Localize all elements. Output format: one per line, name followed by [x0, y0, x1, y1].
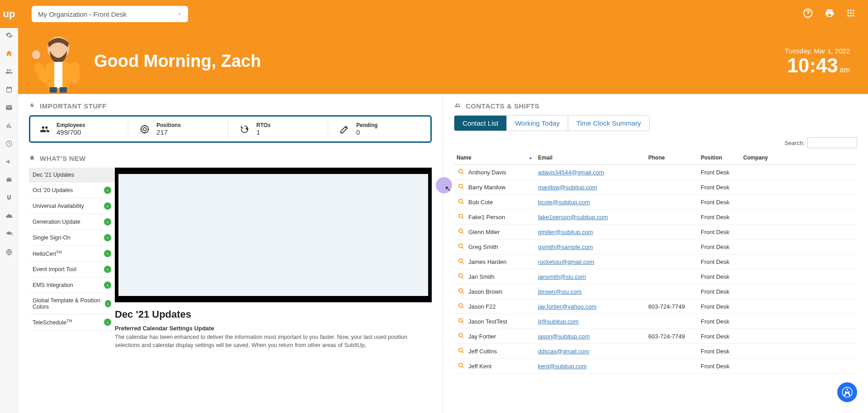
whats-new-item[interactable]: Generation Update › — [29, 214, 115, 230]
globe-icon[interactable] — [5, 249, 13, 258]
whats-new-item[interactable]: Event Import Tool › — [29, 262, 115, 277]
email-link[interactable]: rocketsiu@gmail.com — [538, 258, 594, 265]
contact-row: Jason Brown jbrown@siu.com Front Desk — [454, 284, 857, 299]
magnify-icon[interactable] — [457, 213, 466, 221]
rto-icon — [238, 123, 251, 136]
whats-new-item[interactable]: Global Template & Position Colors › — [29, 293, 115, 314]
email-link[interactable]: bcote@subitup.com — [538, 199, 590, 206]
col-name[interactable]: Name▲ — [454, 155, 535, 161]
email-link[interactable]: gmiller@subitup.com — [538, 229, 593, 235]
magnify-icon[interactable] — [457, 183, 466, 191]
tab-working today[interactable]: Working Today — [507, 116, 568, 131]
email-link[interactable]: gsmith@sample.com — [538, 244, 593, 250]
col-phone[interactable]: Phone — [646, 155, 698, 161]
svg-point-31 — [459, 303, 462, 307]
svg-point-26 — [459, 229, 462, 232]
tab-contact list[interactable]: Contact List — [454, 116, 507, 131]
article-heading: Dec '21 Updates — [115, 309, 432, 320]
magnify-icon[interactable] — [457, 288, 466, 296]
whats-new-item[interactable]: Universal Availability › — [29, 198, 115, 214]
whats-new-header: WHAT'S NEW — [29, 155, 432, 162]
chart-icon[interactable] — [5, 122, 13, 131]
current-time: 10:43 — [787, 54, 838, 76]
bullhorn-icon[interactable] — [5, 158, 13, 167]
gear-icon[interactable] — [5, 32, 13, 41]
col-email[interactable]: Email — [535, 155, 646, 161]
people-icon[interactable] — [5, 68, 13, 77]
video-thumbnail[interactable]: ▶ — [115, 168, 432, 302]
email-link[interactable]: adavis34544@gmail.com — [538, 169, 604, 176]
svg-rect-5 — [853, 10, 854, 11]
org-selector[interactable]: My Organization - Front Desk ▼ — [32, 6, 188, 22]
topbar: My Organization - Front Desk ▼ — [18, 0, 868, 28]
email-link[interactable]: jbrown@siu.com — [538, 288, 581, 295]
stat-rtos[interactable]: RTOs1 — [233, 119, 328, 139]
avatar — [29, 29, 88, 93]
magnify-icon[interactable] — [457, 347, 466, 355]
time-ampm: am — [840, 66, 850, 74]
stat-employees[interactable]: Employees499/700 — [33, 119, 128, 139]
svg-point-22 — [459, 169, 462, 173]
svg-rect-14 — [54, 62, 62, 88]
contact-row: Jan Smith jansmith@siu.com Front Desk — [454, 269, 857, 284]
whats-new-item[interactable]: Dec '21 Updates — [29, 168, 115, 183]
clock-icon[interactable] — [5, 140, 13, 149]
magnify-icon[interactable] — [457, 228, 466, 236]
envelope-icon[interactable] — [5, 104, 13, 113]
bell-icon — [29, 155, 35, 162]
calendar-icon[interactable] — [5, 86, 13, 95]
email-link[interactable]: ddscas@gmail.com — [538, 348, 590, 355]
magnify-icon[interactable] — [457, 243, 466, 251]
svg-rect-3 — [848, 10, 849, 11]
stat-pending[interactable]: Pending0 — [333, 119, 428, 139]
email-link[interactable]: fake1person@subitup.com — [538, 214, 608, 221]
magnify-icon[interactable] — [457, 198, 466, 206]
svg-rect-6 — [848, 12, 849, 14]
tab-time clock summary[interactable]: Time Clock Summary — [568, 116, 649, 131]
home-icon[interactable] — [5, 50, 13, 59]
email-link[interactable]: jansmith@siu.com — [538, 273, 586, 280]
cloud-icon[interactable] — [5, 212, 13, 221]
magnify-icon[interactable] — [457, 362, 466, 370]
magnet-icon[interactable] — [5, 194, 13, 203]
magnify-icon[interactable] — [457, 273, 466, 281]
svg-point-34 — [459, 348, 462, 352]
whats-new-item[interactable]: TeleScheduleTM › — [29, 314, 115, 330]
contact-row: Barry Manilow manilow@subitup.com Front … — [454, 180, 857, 195]
svg-rect-17 — [71, 62, 80, 84]
email-link[interactable]: jay.fortier@yahoo.com — [538, 303, 596, 310]
magnify-icon[interactable] — [457, 333, 466, 340]
email-link[interactable]: jt@subitup.com — [538, 318, 579, 325]
briefcase-icon[interactable] — [5, 176, 13, 185]
graduation-icon[interactable] — [5, 230, 13, 239]
logo[interactable]: up — [0, 0, 18, 28]
col-position[interactable]: Position — [698, 155, 741, 161]
contact-row: Jeff Kent kent@subitup.com Front Desk — [454, 359, 857, 374]
stat-positions[interactable]: Positions217 — [133, 119, 228, 139]
target-icon — [138, 123, 151, 136]
print-icon[interactable] — [825, 8, 835, 20]
arrow-right-icon: › — [104, 218, 111, 225]
whats-new-item[interactable]: HelloCertTM › — [29, 246, 115, 262]
col-company[interactable]: Company — [741, 155, 772, 161]
magnify-icon[interactable] — [457, 303, 466, 310]
whats-new-item[interactable]: EMS Integration › — [29, 277, 115, 293]
help-icon[interactable] — [803, 8, 813, 20]
search-input[interactable] — [807, 137, 857, 148]
sort-asc-icon: ▲ — [528, 155, 533, 160]
accessibility-button[interactable] — [837, 382, 857, 402]
svg-point-16 — [32, 50, 40, 59]
email-link[interactable]: manilow@subitup.com — [538, 184, 597, 191]
hero: Good Morning, Zach Tuesday, Mar 1, 2022 … — [18, 28, 868, 94]
magnify-icon[interactable] — [457, 258, 466, 266]
svg-point-21 — [143, 127, 146, 131]
whats-new-item[interactable]: Single Sign-On › — [29, 230, 115, 246]
current-date: Tuesday, Mar 1, 2022 — [785, 47, 850, 55]
contact-row: Jason TestTest jt@subitup.com Front Desk — [454, 314, 857, 329]
email-link[interactable]: kent@subitup.com — [538, 363, 587, 370]
magnify-icon[interactable] — [457, 318, 466, 325]
whats-new-item[interactable]: Oct '20 Updates › — [29, 183, 115, 198]
email-link[interactable]: jason@subitup.com — [538, 333, 590, 340]
apps-grid-icon[interactable] — [846, 9, 855, 19]
magnify-icon[interactable] — [457, 169, 466, 176]
